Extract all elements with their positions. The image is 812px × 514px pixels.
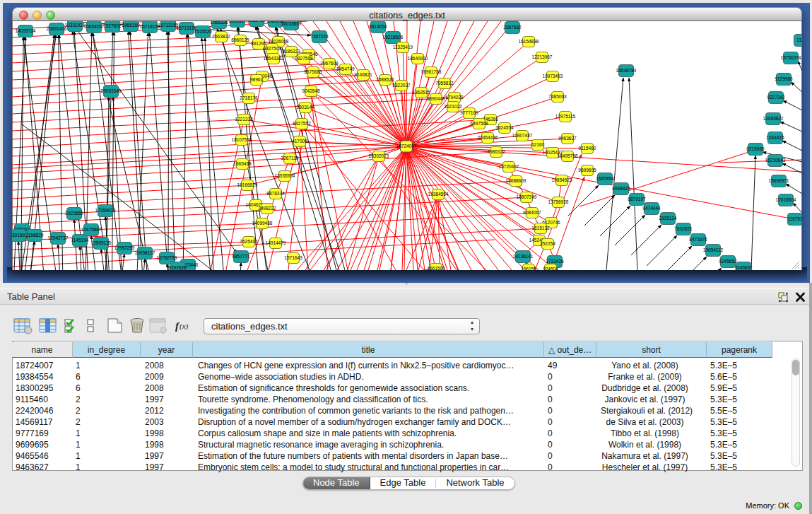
svg-text:9327508: 9327508 xyxy=(295,56,313,61)
svg-text:9463627: 9463627 xyxy=(558,136,577,141)
svg-text:2967608: 2967608 xyxy=(320,61,339,66)
svg-text:2803144: 2803144 xyxy=(296,105,314,110)
svg-text:11325419: 11325419 xyxy=(393,45,413,49)
svg-text:7955812: 7955812 xyxy=(435,81,454,86)
svg-text:17957255: 17957255 xyxy=(114,245,135,250)
svg-text:10688609: 10688609 xyxy=(506,178,526,183)
svg-text:10653267: 10653267 xyxy=(84,24,105,29)
svg-text:1221338: 1221338 xyxy=(235,117,253,122)
svg-text:12213967: 12213967 xyxy=(532,54,553,59)
svg-text:9146821: 9146821 xyxy=(354,72,372,77)
svg-text:18807249: 18807249 xyxy=(517,194,537,199)
svg-text:5322037: 5322037 xyxy=(392,83,411,88)
svg-text:10654112: 10654112 xyxy=(703,247,724,252)
svg-text:1145194: 1145194 xyxy=(71,238,89,243)
svg-text:1965498: 1965498 xyxy=(233,161,252,166)
svg-text:417006: 417006 xyxy=(292,139,307,144)
svg-text:14055724: 14055724 xyxy=(16,28,36,33)
svg-text:6497568: 6497568 xyxy=(470,121,488,126)
svg-text:1093327: 1093327 xyxy=(228,21,247,23)
svg-text:18640910: 18640910 xyxy=(408,56,428,61)
svg-text:5675685: 5675685 xyxy=(304,69,322,74)
svg-text:6966160: 6966160 xyxy=(122,23,140,28)
svg-text:8186323: 8186323 xyxy=(282,49,300,54)
svg-text:9777169: 9777169 xyxy=(460,110,478,115)
svg-text:1052760: 1052760 xyxy=(247,21,266,23)
svg-text:9115460: 9115460 xyxy=(579,146,596,151)
svg-text:19654923: 19654923 xyxy=(552,177,572,182)
svg-text:15751074: 15751074 xyxy=(781,55,801,60)
svg-text:1640954: 1640954 xyxy=(596,176,614,181)
svg-text:6794028: 6794028 xyxy=(445,95,464,100)
svg-text:16961758: 16961758 xyxy=(421,69,442,74)
svg-text:8471676: 8471676 xyxy=(689,237,707,242)
svg-text:1615132: 1615132 xyxy=(531,226,550,230)
svg-text:7632621: 7632621 xyxy=(674,226,693,231)
svg-text:1571643: 1571643 xyxy=(284,255,302,260)
svg-text:1112: 1112 xyxy=(796,37,802,42)
svg-text:14136141: 14136141 xyxy=(513,254,534,259)
svg-text:2935114: 2935114 xyxy=(659,216,677,221)
svg-text:3267110: 3267110 xyxy=(281,156,299,160)
svg-text:12505135: 12505135 xyxy=(91,240,112,245)
svg-text:18107553: 18107553 xyxy=(232,137,252,142)
svg-text:1362615: 1362615 xyxy=(412,90,430,95)
svg-text:7625402: 7625402 xyxy=(240,239,258,244)
svg-text:3498222: 3498222 xyxy=(258,206,276,211)
svg-text:7357224: 7357224 xyxy=(310,34,329,39)
svg-text:15720407: 15720407 xyxy=(499,164,519,169)
svg-text:19166829: 19166829 xyxy=(237,182,258,187)
svg-text:252254: 252254 xyxy=(540,241,555,246)
svg-text:10973493: 10973493 xyxy=(543,74,563,78)
svg-text:17359928: 17359928 xyxy=(95,208,116,213)
svg-text:7485063: 7485063 xyxy=(548,94,567,99)
svg-text:3624554: 3624554 xyxy=(495,125,514,130)
svg-text:8878334: 8878334 xyxy=(266,191,285,196)
svg-text:9242848: 9242848 xyxy=(302,88,320,93)
svg-text:9129966: 9129966 xyxy=(775,76,793,81)
svg-text:1621022: 1621022 xyxy=(444,104,462,109)
svg-text:10331921: 10331921 xyxy=(65,23,86,28)
svg-text:166155: 166155 xyxy=(521,267,536,270)
svg-text:7663822: 7663822 xyxy=(212,34,230,39)
svg-text:8938923: 8938923 xyxy=(612,186,630,191)
svg-text:16782759: 16782759 xyxy=(157,255,177,260)
svg-text:15692971: 15692971 xyxy=(769,178,789,183)
svg-text:16210643: 16210643 xyxy=(765,158,786,163)
svg-text:(x): (x) xyxy=(180,322,189,331)
svg-text:62160: 62160 xyxy=(531,142,544,147)
svg-text:9292929: 9292929 xyxy=(168,265,187,270)
svg-text:18724007: 18724007 xyxy=(396,144,417,148)
svg-text:8813054: 8813054 xyxy=(369,24,387,29)
svg-text:9245652: 9245652 xyxy=(719,259,737,264)
svg-text:9327503: 9327503 xyxy=(263,46,281,51)
svg-text:8960125: 8960125 xyxy=(231,37,249,42)
svg-text:8990448: 8990448 xyxy=(427,96,445,101)
svg-text:13535594: 13535594 xyxy=(275,173,295,178)
svg-text:9245652: 9245652 xyxy=(734,265,753,270)
svg-text:16648784: 16648784 xyxy=(616,68,637,73)
svg-text:2020655: 2020655 xyxy=(65,211,83,216)
svg-text:2718176: 2718176 xyxy=(240,95,258,100)
svg-text:9227342: 9227342 xyxy=(767,95,785,100)
svg-text:16033809: 16033809 xyxy=(281,21,302,26)
svg-text:12975115: 12975115 xyxy=(555,114,576,119)
svg-text:7515526: 7515526 xyxy=(194,29,212,34)
svg-text:10975887: 10975887 xyxy=(81,227,102,232)
svg-text:28302023: 28302023 xyxy=(369,153,389,158)
svg-text:29053346: 29053346 xyxy=(101,88,122,93)
svg-text:9474444: 9474444 xyxy=(642,206,661,211)
svg-text:12942737: 12942737 xyxy=(48,235,69,240)
svg-text:98961: 98961 xyxy=(250,77,263,82)
svg-text:20364436: 20364436 xyxy=(478,135,498,140)
svg-text:14099488: 14099488 xyxy=(252,221,273,226)
svg-text:16154838: 16154838 xyxy=(519,39,539,44)
svg-text:20691406: 20691406 xyxy=(47,26,67,31)
svg-text:39159: 39159 xyxy=(12,233,25,238)
svg-text:6879197: 6879197 xyxy=(628,197,646,201)
svg-text:10958107: 10958107 xyxy=(135,250,155,255)
svg-text:1244415: 1244415 xyxy=(766,135,784,140)
svg-text:8215955: 8215955 xyxy=(746,146,765,151)
svg-text:16713155: 16713155 xyxy=(158,23,179,28)
svg-text:1588520: 1588520 xyxy=(376,77,394,82)
